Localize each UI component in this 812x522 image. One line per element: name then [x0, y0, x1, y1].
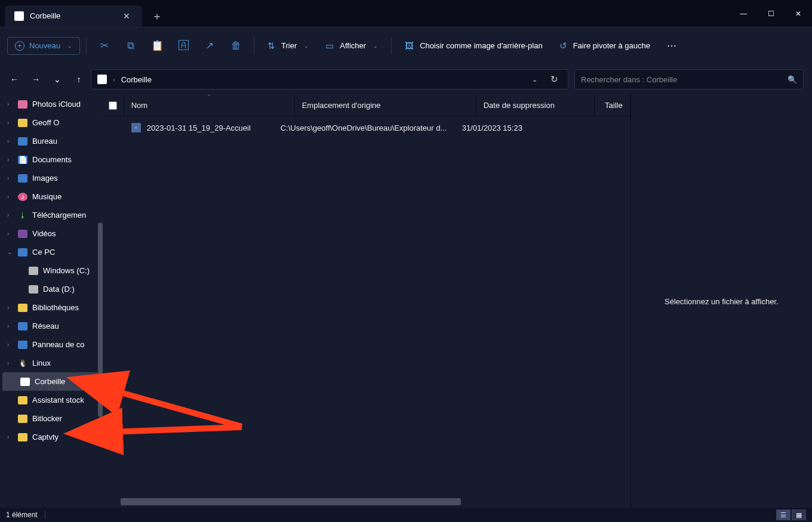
expand-chevron-icon[interactable]: › — [7, 323, 13, 329]
expand-chevron-icon[interactable]: › — [7, 212, 13, 218]
maximize-button[interactable]: ☐ — [757, 4, 785, 23]
new-button[interactable]: + Nouveau ⌄ — [7, 37, 80, 55]
file-row[interactable]: ▫ 2023-01-31 15_19_29-Accueil C:\Users\g… — [103, 116, 630, 139]
sidebar-item-geoff-o[interactable]: ›Geoff O — [0, 113, 103, 132]
paste-button[interactable]: 📋 — [145, 35, 169, 57]
addressbar[interactable]: 🗑 › Corbeille ⌄ ↻ — [91, 69, 568, 89]
sidebar-item-ce-pc[interactable]: ⌄Ce PC — [0, 243, 103, 261]
sidebar-item-biblioth-ques[interactable]: ›Bibliothèques — [0, 298, 103, 317]
breadcrumb-item[interactable]: Corbeille — [121, 75, 152, 84]
tab-close-button[interactable]: ✕ — [121, 9, 133, 23]
minimize-button[interactable]: — — [730, 4, 757, 23]
sidebar-item-bureau[interactable]: ›Bureau — [0, 132, 103, 150]
image-icon: 🖼 — [405, 41, 414, 51]
copy-button[interactable]: ⧉ — [119, 35, 143, 57]
more-button[interactable]: ⋯ — [660, 36, 685, 55]
sidebar-item-bitlocker[interactable]: Bitlocker — [0, 409, 103, 428]
titlebar: 🗑 Corbeille ✕ ＋ — ☐ ✕ — [0, 0, 812, 27]
view-button[interactable]: ▭ Afficher ⌄ — [318, 37, 385, 55]
sidebar-item-label: Réseau — [32, 322, 59, 331]
up-button[interactable]: ↑ — [73, 73, 85, 85]
expand-chevron-icon[interactable]: › — [7, 341, 13, 348]
expand-chevron-icon[interactable]: › — [7, 230, 13, 237]
preview-empty-text: Sélectionnez un fichier à afficher. — [665, 297, 779, 306]
sidebar-item-vid-os[interactable]: ›Vidéos — [0, 224, 103, 243]
icon-drive-icon — [29, 267, 38, 275]
rename-button[interactable]: 🄰 — [171, 35, 195, 57]
column-header-name[interactable]: ⌃ Nom — [124, 95, 295, 116]
column-header-size[interactable]: Taille — [595, 95, 630, 116]
expand-chevron-icon[interactable]: › — [7, 360, 13, 366]
expand-chevron-icon[interactable]: › — [7, 434, 13, 440]
new-label: Nouveau — [29, 41, 60, 50]
horizontal-scrollbar-thumb[interactable] — [121, 498, 461, 505]
column-header-delete-date[interactable]: Date de suppression — [476, 95, 595, 116]
sidebar-item-photos-icloud[interactable]: ›Photos iCloud — [0, 95, 103, 113]
expand-chevron-icon[interactable]: › — [7, 101, 13, 107]
sidebar-item-linux[interactable]: ›🐧Linux — [0, 354, 103, 372]
sort-icon: ⇅ — [267, 41, 275, 51]
share-button[interactable]: ↗ — [198, 35, 222, 57]
preview-pane: Sélectionnez un fichier à afficher. — [630, 95, 812, 508]
sidebar-item-documents[interactable]: ›📄Documents — [0, 150, 103, 169]
expand-chevron-icon[interactable]: › — [7, 304, 13, 311]
folder-y-icon — [18, 119, 27, 127]
forward-button[interactable]: → — [30, 73, 42, 85]
scrollbar-thumb[interactable] — [98, 223, 103, 417]
toolbar: + Nouveau ⌄ ✂ ⧉ 📋 🄰 ↗ 🗑 ⇅ Trier ⌄ ▭ Affi… — [0, 27, 812, 64]
icon-panel-icon — [18, 341, 27, 349]
view-icon: ▭ — [325, 41, 334, 51]
recent-locations-button[interactable]: ⌄ — [51, 73, 63, 85]
sidebar-item-panneau-de-co[interactable]: ›Panneau de co — [0, 335, 103, 354]
tab-corbeille[interactable]: 🗑 Corbeille ✕ — [5, 5, 142, 27]
expand-chevron-icon[interactable]: › — [7, 138, 13, 144]
cut-button[interactable]: ✂ — [93, 35, 116, 57]
search-input[interactable] — [581, 75, 788, 84]
set-wallpaper-button[interactable]: 🖼 Choisir comme image d'arrière-plan — [398, 37, 550, 54]
expand-chevron-icon[interactable]: › — [7, 156, 13, 163]
folder-y-icon — [18, 415, 27, 423]
sidebar-item-t-l-chargemen[interactable]: ›⭳Téléchargemen — [0, 206, 103, 224]
expand-chevron-icon[interactable]: › — [7, 193, 13, 200]
search-icon[interactable]: 🔍 — [788, 75, 797, 84]
close-window-button[interactable]: ✕ — [785, 4, 812, 23]
address-dropdown-button[interactable]: ⌄ — [528, 76, 541, 84]
sidebar-item-captvty[interactable]: ›Captvty — [0, 428, 103, 446]
details-view-button[interactable]: ☰ — [776, 509, 791, 520]
filelist: ⌃ Nom Emplacement d'origine Date de supp… — [103, 95, 630, 508]
file-location: C:\Users\geoff\OneDrive\Bureau\Explorate… — [281, 123, 447, 132]
sidebar-item-label: Geoff O — [32, 118, 59, 127]
sidebar-item-musique[interactable]: ›♪Musique — [0, 187, 103, 206]
sidebar-item-r-seau[interactable]: ›Réseau — [0, 317, 103, 335]
delete-button[interactable]: 🗑 — [224, 35, 248, 57]
sidebar-item-windows-c-[interactable]: Windows (C:) — [0, 261, 103, 280]
column-header-location[interactable]: Emplacement d'origine — [295, 95, 476, 116]
file-name: 2023-01-31 15_19_29-Accueil — [147, 123, 251, 132]
sidebar-item-assistant-stock[interactable]: Assistant stock — [0, 391, 103, 409]
select-all-checkbox[interactable] — [103, 95, 124, 116]
sort-indicator-icon: ⌃ — [207, 95, 211, 100]
sidebar-item-label: Bureau — [32, 137, 57, 146]
sidebar-item-images[interactable]: ›Images — [0, 169, 103, 187]
rotate-left-button[interactable]: ↺ Faire pivoter à gauche — [552, 37, 657, 55]
expand-chevron-icon[interactable]: ⌄ — [7, 249, 13, 255]
sidebar-item-label: Bitlocker — [32, 414, 62, 423]
sort-button[interactable]: ⇅ Trier ⌄ — [260, 37, 316, 55]
large-icons-view-button[interactable]: ▦ — [792, 509, 806, 520]
sidebar-item-data-d-[interactable]: Data (D:) — [0, 280, 103, 298]
rotate-icon: ↺ — [559, 41, 567, 51]
breadcrumb-separator: › — [113, 76, 115, 83]
icon-linux-icon: 🐧 — [18, 359, 27, 367]
divider — [391, 38, 392, 54]
new-tab-button[interactable]: ＋ — [142, 9, 172, 23]
expand-chevron-icon[interactable]: › — [7, 175, 13, 181]
searchbox[interactable]: 🔍 — [574, 69, 804, 89]
sidebar-item-corbeille[interactable]: 🗑Corbeille — [2, 372, 100, 391]
refresh-button[interactable]: ↻ — [547, 74, 562, 85]
scissors-icon: ✂ — [100, 39, 109, 52]
icon-dl-icon: ⭳ — [18, 211, 27, 220]
icon-video-icon — [18, 230, 27, 238]
icon-pc-icon — [18, 248, 27, 257]
expand-chevron-icon[interactable]: › — [7, 119, 13, 126]
back-button[interactable]: ← — [8, 73, 20, 85]
